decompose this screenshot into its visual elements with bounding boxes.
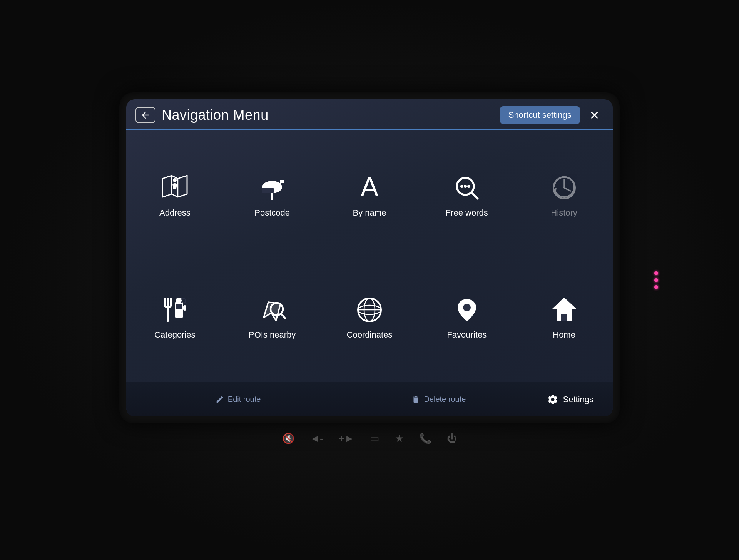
history-label: History: [551, 208, 577, 218]
address-label: Address: [159, 208, 191, 218]
edit-route-label: Edit route: [228, 395, 261, 404]
svg-text:A: A: [361, 172, 379, 202]
nav-item-favourites[interactable]: Favourites: [418, 256, 515, 378]
indicator-light-1: [654, 271, 658, 275]
svg-point-12: [464, 185, 467, 188]
close-button[interactable]: ×: [587, 107, 602, 123]
indicator-light-2: [654, 278, 658, 282]
svg-line-31: [281, 314, 285, 318]
navigation-menu: Navigation Menu Shortcut settings ×: [126, 99, 613, 416]
svg-point-36: [463, 304, 471, 311]
power-button[interactable]: ⏻: [447, 433, 457, 445]
side-indicator-lights: [654, 271, 658, 289]
control-row-top: 🔇 ◄- +► ▭ ★ 📞 ⏻: [282, 433, 456, 445]
svg-rect-7: [280, 180, 284, 183]
physical-controls: 🔇 ◄- +► ▭ ★ 📞 ⏻: [158, 433, 581, 445]
vol-down-button[interactable]: ◄-: [310, 433, 323, 445]
screen-button[interactable]: ▭: [370, 433, 380, 445]
home-label: Home: [553, 330, 575, 340]
search-dots-icon: [451, 172, 482, 203]
nav-item-home[interactable]: Home: [515, 256, 613, 378]
nav-item-history[interactable]: History: [515, 134, 613, 256]
screen-inner: Navigation Menu Shortcut settings ×: [126, 99, 613, 416]
house-icon: [549, 294, 580, 325]
svg-rect-5: [262, 188, 274, 193]
map-person-icon: [159, 172, 190, 203]
pin-drop-icon: [451, 294, 482, 325]
svg-rect-38: [561, 314, 567, 321]
header-right: Shortcut settings ×: [500, 106, 602, 124]
delete-icon: [411, 395, 420, 404]
freewords-label: Free words: [446, 208, 488, 218]
nav-item-categories[interactable]: Categories: [126, 256, 224, 378]
nav-title: Navigation Menu: [162, 107, 269, 123]
pois-label: POIs nearby: [249, 330, 296, 340]
star-button[interactable]: ★: [395, 433, 404, 445]
mute-button[interactable]: 🔇: [282, 433, 294, 445]
settings-label: Settings: [563, 395, 594, 405]
shortcut-settings-button[interactable]: Shortcut settings: [500, 106, 580, 124]
svg-rect-24: [183, 305, 186, 311]
letter-a-icon: A: [354, 172, 385, 203]
coordinates-label: Coordinates: [347, 330, 393, 340]
phone-button[interactable]: 📞: [419, 433, 431, 445]
nav-grid: Address: [126, 130, 613, 382]
globe-icon: [354, 294, 385, 325]
svg-point-11: [460, 185, 463, 188]
postcode-label: Postcode: [254, 208, 290, 218]
back-button[interactable]: [135, 107, 155, 123]
svg-rect-23: [176, 304, 182, 309]
nav-header-left: Navigation Menu: [135, 107, 269, 123]
nav-item-coordinates[interactable]: Coordinates: [321, 256, 418, 378]
svg-line-27: [185, 302, 186, 304]
svg-line-17: [564, 188, 570, 191]
edit-icon: [216, 395, 224, 404]
mailbox-icon: [257, 172, 288, 203]
edit-route-button[interactable]: Edit route: [138, 392, 338, 407]
nav-header: Navigation Menu Shortcut settings ×: [126, 99, 613, 130]
delete-route-label: Delete route: [424, 395, 466, 404]
settings-gear-icon: [547, 394, 558, 405]
svg-point-2: [173, 178, 177, 182]
screen-outer: Navigation Menu Shortcut settings ×: [119, 92, 620, 423]
vol-up-button[interactable]: +►: [339, 433, 354, 445]
nav-item-postcode[interactable]: Postcode: [224, 134, 321, 256]
settings-button[interactable]: Settings: [539, 391, 602, 408]
nav-item-address[interactable]: Address: [126, 134, 224, 256]
categories-label: Categories: [154, 330, 195, 340]
favourites-label: Favourites: [447, 330, 487, 340]
fork-gas-icon: [159, 294, 190, 325]
bottom-bar: Edit route Delete route Settings: [126, 382, 613, 416]
nav-item-byname[interactable]: A By name: [321, 134, 418, 256]
nav-item-pois[interactable]: POIs nearby: [224, 256, 321, 378]
clock-icon: [549, 172, 580, 203]
delete-route-button[interactable]: Delete route: [338, 392, 539, 407]
svg-point-13: [467, 185, 470, 188]
car-frame: Navigation Menu Shortcut settings ×: [0, 0, 739, 560]
indicator-light-3: [654, 285, 658, 289]
poi-search-icon: [257, 294, 288, 325]
nav-item-freewords[interactable]: Free words: [418, 134, 515, 256]
back-icon: [140, 110, 151, 120]
byname-label: By name: [353, 208, 386, 218]
svg-line-10: [471, 192, 478, 199]
